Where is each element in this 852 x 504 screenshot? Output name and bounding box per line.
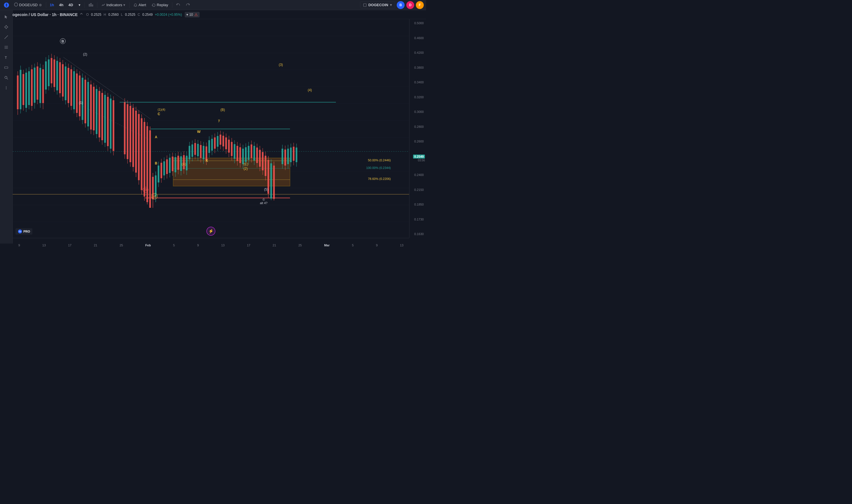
time-21b: 21 [273,244,276,247]
divider-1 [46,2,46,8]
fib-label-100: 100.00% (0.2344) [366,166,391,169]
timeframe-1h[interactable]: 1h [48,2,56,8]
ohlc-change: +0.0024 (+0.95%) [155,13,182,17]
time-13: 13 [42,244,46,247]
chart-svg [13,19,409,238]
price-0.2150: 0.2150 [411,188,425,192]
line-tool[interactable] [2,33,11,42]
divider-3 [97,2,97,8]
fib-label-50: 50.00% (0.2446) [368,159,391,162]
zoom-tool[interactable] [2,73,11,82]
fib-tool[interactable] [2,43,11,52]
symbol-right-label: DOGECOIN [368,3,388,7]
price-axis: 0.5000 0.4600 0.4200 0.3800 0.3400 0.320… [409,19,426,238]
wave-label-y: y [218,118,220,122]
wave-label-1: (1) [79,101,83,105]
wave-label-14: (1)(4) [158,108,165,111]
main-toolbar: DOGEUSD ⊕ 1h 4h 4D ▾ Indicators ▾ Alert … [0,0,426,10]
symbol-selector[interactable]: DOGEUSD ⊕ [12,1,44,8]
wave-label-5: (5) [264,187,268,192]
symbol-right-badge[interactable]: DOGECOIN ▾ [360,1,395,8]
redo-btn[interactable] [184,2,192,8]
wave-label-X: X [205,159,208,163]
chart-symbol: D Dogecoin / US Dollar · 1h · BINANCE [3,12,83,17]
alert-btn[interactable]: Alert [131,2,148,8]
chart-area[interactable]: B (2) (1) (3) (4) (1)(4) C (B) y A W X B… [13,19,409,238]
scroll-indicator[interactable]: ⚡ [206,227,215,236]
fib-label-786: 78.60% (0.2206) [368,177,391,180]
more-tools[interactable] [2,83,11,92]
price-0.3800: 0.3800 [411,66,425,69]
wave-label-W: W [197,129,200,134]
time-9: 9 [18,244,20,247]
svg-point-7 [5,26,7,28]
ohlc-high-value: 0.2560 [108,13,119,17]
replay-label: Replay [157,3,168,7]
wave-label-B-yellow: (B) [220,108,225,112]
wave-label-2: (2) [83,52,87,56]
timeframe-4d[interactable]: 4D [67,2,75,8]
pro-badge: PRO [23,230,30,233]
chart-type-btn[interactable] [87,2,95,8]
svg-text:TV: TV [19,231,21,233]
price-0.2400: 0.2400 [411,173,425,177]
chevron-down-icon-ind: ▾ [123,3,125,7]
wave-label-4-yellow: (4) [308,88,312,92]
wave-label-alt4: ©alt 4? [260,198,268,205]
svg-rect-1 [89,4,90,6]
undo-btn[interactable] [174,2,182,8]
price-0.1850: 0.1850 [411,203,425,206]
user-badge-f[interactable]: F [416,1,424,9]
svg-rect-3 [92,5,93,6]
layer-count: 10 [189,13,193,17]
svg-line-19 [7,78,8,79]
symbol-label: DOGEUSD [19,3,38,7]
time-mar: Mar [324,244,330,247]
time-25b: 25 [298,244,302,247]
ohlc-high-label: H [104,13,106,17]
svg-rect-2 [90,3,91,6]
indicators-btn[interactable]: Indicators ▾ [99,2,128,8]
alert-label: Alert [139,3,146,7]
svg-point-20 [6,87,6,87]
ohlc-close-label: C [138,13,140,17]
user-badge-b[interactable]: B [397,1,404,9]
time-9b: 9 [197,244,199,247]
price-0.1630: 0.1630 [411,232,425,236]
alert-warning-icon: ⚠ [194,12,198,17]
price-0.2600: 0.2600 [411,140,425,143]
price-0.3400: 0.3400 [411,80,425,84]
replay-btn[interactable]: Replay [149,2,170,8]
current-price-time: 03:56 [418,159,425,162]
cursor-tool[interactable] [2,12,11,21]
timeframe-4h[interactable]: 4h [57,2,65,8]
tradingview-watermark: TV PRO [16,228,32,235]
time-5: 5 [173,244,175,247]
chevron-down-icon: ▾ [78,3,80,7]
price-0.4600: 0.4600 [411,36,425,40]
svg-text:T: T [5,56,7,60]
measure-tool[interactable] [2,63,11,72]
wave-label-C: C [158,112,160,116]
time-5c: 5 [352,244,354,247]
text-tool[interactable]: T [2,53,11,62]
time-9c: 9 [376,244,378,247]
tradingview-logo[interactable] [2,1,11,9]
wave-label-3-yellow: (3) [279,63,283,67]
user-badge-d[interactable]: D [406,1,414,9]
svg-point-22 [6,89,6,89]
time-axis: 9 13 17 21 25 Feb 5 9 13 17 21 25 Mar 5 … [13,238,409,252]
svg-rect-4 [363,4,366,6]
divider-2 [85,2,85,8]
wave-label-C-box: (C) [243,162,248,166]
price-0.3000: 0.3000 [411,110,425,113]
crosshair-tool[interactable] [2,22,11,32]
price-0.1730: 0.1730 [411,218,425,221]
tv-logo-small: TV [18,229,22,234]
chart-ohlc: O 0.2525 H 0.2560 L 0.2525 C 0.2549 +0.0… [86,13,182,17]
add-chart-icon: ⊕ [39,3,42,7]
timeframe-dropdown[interactable]: ▾ [76,2,83,8]
layer-badge[interactable]: ▾ 10 ⚠ [185,12,199,17]
time-13c: 13 [400,244,403,247]
wave-label-A: A [155,135,157,139]
